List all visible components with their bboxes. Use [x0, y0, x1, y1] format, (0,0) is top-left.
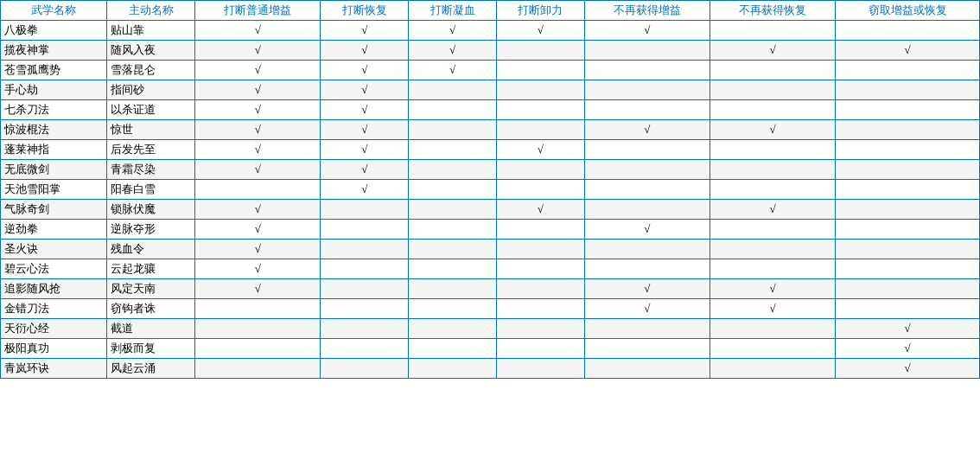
checkmark-icon: √: [255, 222, 261, 235]
checkmark-icon: √: [644, 222, 650, 235]
checkmark-icon: √: [904, 322, 910, 335]
check-cell-1: √: [321, 80, 409, 100]
checkmark-icon: √: [361, 83, 367, 96]
check-cell-5: [710, 339, 835, 359]
check-cell-2: [409, 160, 497, 180]
check-cell-3: [496, 339, 584, 359]
check-cell-0: √: [195, 120, 321, 140]
check-cell-4: [584, 180, 710, 200]
check-cell-1: √: [321, 41, 409, 61]
check-cell-2: [409, 140, 497, 160]
checkmark-icon: √: [361, 182, 367, 195]
check-cell-6: [836, 299, 980, 319]
checkmark-icon: √: [769, 123, 775, 136]
martial-art-name: 青岚环诀: [1, 359, 107, 379]
check-cell-2: √: [409, 21, 497, 41]
martial-art-name: 金错刀法: [1, 299, 107, 319]
check-cell-2: [409, 299, 497, 319]
check-cell-6: √: [836, 359, 980, 379]
martial-art-name: 七杀刀法: [1, 100, 107, 120]
check-cell-5: [710, 359, 835, 379]
checkmark-icon: √: [361, 103, 367, 116]
table-row: 手心劫指间砂√√: [1, 80, 980, 100]
skill-name: 指间砂: [107, 80, 195, 100]
check-cell-5: [710, 100, 835, 120]
martial-art-name: 揽夜神掌: [1, 41, 107, 61]
skill-name: 贴山靠: [107, 21, 195, 41]
check-cell-0: √: [195, 279, 321, 299]
check-cell-1: √: [321, 21, 409, 41]
table-row: 逆劲拳逆脉夺形√√: [1, 220, 980, 240]
check-cell-0: √: [195, 41, 321, 61]
skill-name: 惊世: [107, 120, 195, 140]
checkmark-icon: √: [255, 83, 261, 96]
check-cell-2: [409, 240, 497, 259]
column-header-5: 打断卸力: [496, 1, 584, 21]
check-cell-0: √: [195, 220, 321, 240]
check-cell-2: [409, 319, 497, 339]
check-cell-4: [584, 339, 710, 359]
checkmark-icon: √: [538, 143, 544, 156]
martial-art-name: 手心劫: [1, 80, 107, 100]
check-cell-2: [409, 359, 497, 379]
check-cell-2: [409, 279, 497, 299]
check-cell-1: [321, 359, 409, 379]
check-cell-2: [409, 200, 497, 220]
skill-name: 阳春白雪: [107, 180, 195, 200]
check-cell-0: √: [195, 100, 321, 120]
martial-art-name: 碧云心法: [1, 259, 107, 279]
column-header-7: 不再获得恢复: [710, 1, 835, 21]
check-cell-2: [409, 80, 497, 100]
check-cell-2: [409, 339, 497, 359]
check-cell-3: [496, 61, 584, 80]
check-cell-0: [195, 319, 321, 339]
check-cell-1: √: [321, 120, 409, 140]
checkmark-icon: √: [449, 43, 455, 56]
check-cell-3: [496, 299, 584, 319]
checkmark-icon: √: [255, 23, 261, 36]
check-cell-1: [321, 279, 409, 299]
martial-arts-table: 武学名称主动名称打断普通增益打断恢复打断凝血打断卸力不再获得增益不再获得恢复窃取…: [0, 0, 980, 379]
check-cell-5: [710, 180, 835, 200]
check-cell-5: [710, 240, 835, 259]
check-cell-4: [584, 160, 710, 180]
checkmark-icon: √: [361, 43, 367, 56]
column-header-8: 窃取增益或恢复: [836, 1, 980, 21]
check-cell-2: [409, 120, 497, 140]
check-cell-6: √: [836, 41, 980, 61]
check-cell-4: [584, 80, 710, 100]
checkmark-icon: √: [255, 63, 261, 76]
skill-name: 风起云涌: [107, 359, 195, 379]
table-row: 青岚环诀风起云涌√: [1, 359, 980, 379]
check-cell-0: [195, 299, 321, 319]
table-row: 蓬莱神指后发先至√√√: [1, 140, 980, 160]
check-cell-6: [836, 259, 980, 279]
check-cell-3: [496, 160, 584, 180]
checkmark-icon: √: [361, 63, 367, 76]
check-cell-1: √: [321, 100, 409, 120]
martial-art-name: 八极拳: [1, 21, 107, 41]
check-cell-4: [584, 319, 710, 339]
check-cell-4: √: [584, 279, 710, 299]
martial-art-name: 天池雪阳掌: [1, 180, 107, 200]
check-cell-6: [836, 220, 980, 240]
check-cell-3: [496, 259, 584, 279]
check-cell-0: √: [195, 160, 321, 180]
check-cell-4: √: [584, 299, 710, 319]
check-cell-3: [496, 41, 584, 61]
skill-name: 云起龙骧: [107, 259, 195, 279]
checkmark-icon: √: [904, 342, 910, 355]
checkmark-icon: √: [255, 282, 261, 295]
check-cell-1: [321, 299, 409, 319]
table-row: 七杀刀法以杀证道√√: [1, 100, 980, 120]
checkmark-icon: √: [255, 262, 261, 275]
check-cell-3: [496, 180, 584, 200]
table-row: 圣火诀残血令√: [1, 240, 980, 259]
check-cell-0: [195, 180, 321, 200]
check-cell-5: [710, 259, 835, 279]
check-cell-4: [584, 100, 710, 120]
table-row: 八极拳贴山靠√√√√√: [1, 21, 980, 41]
skill-name: 残血令: [107, 240, 195, 259]
check-cell-1: √: [321, 140, 409, 160]
check-cell-2: [409, 100, 497, 120]
